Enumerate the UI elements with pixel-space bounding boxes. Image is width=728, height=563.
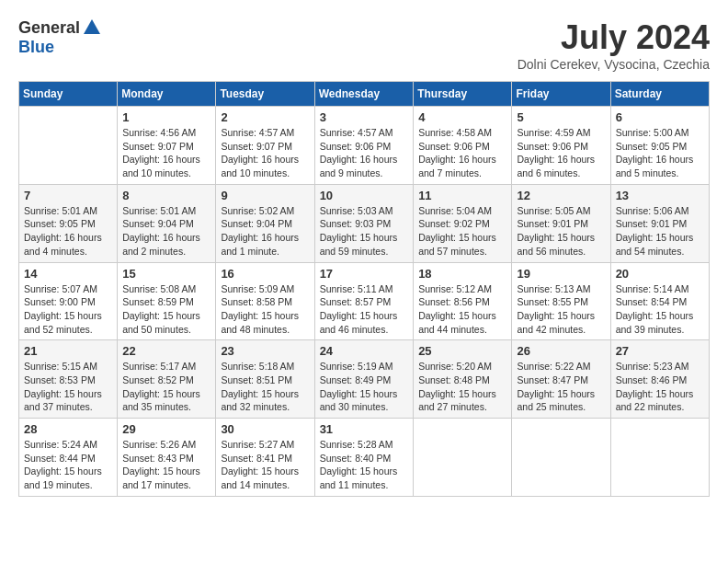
calendar-cell <box>512 419 610 497</box>
calendar-cell: 18Sunrise: 5:12 AM Sunset: 8:56 PM Dayli… <box>414 262 512 340</box>
calendar-cell: 4Sunrise: 4:58 AM Sunset: 9:06 PM Daylig… <box>414 107 512 185</box>
calendar-cell: 15Sunrise: 5:08 AM Sunset: 8:59 PM Dayli… <box>118 262 216 340</box>
day-number: 15 <box>122 267 210 281</box>
day-number: 5 <box>517 110 605 124</box>
day-info: Sunrise: 5:14 AM Sunset: 8:54 PM Dayligh… <box>616 282 704 337</box>
title-block: July 2024 Dolni Cerekev, Vysocina, Czech… <box>518 18 710 72</box>
calendar-cell: 20Sunrise: 5:14 AM Sunset: 8:54 PM Dayli… <box>610 262 709 340</box>
day-info: Sunrise: 4:56 AM Sunset: 9:07 PM Dayligh… <box>122 126 210 180</box>
day-info: Sunrise: 5:06 AM Sunset: 9:01 PM Dayligh… <box>616 204 704 259</box>
calendar-cell: 23Sunrise: 5:18 AM Sunset: 8:51 PM Dayli… <box>216 340 314 419</box>
day-number: 7 <box>24 189 112 202</box>
calendar-cell: 30Sunrise: 5:27 AM Sunset: 8:41 PM Dayli… <box>216 419 314 497</box>
day-number: 30 <box>221 422 309 436</box>
day-info: Sunrise: 5:00 AM Sunset: 9:05 PM Dayligh… <box>616 126 704 180</box>
day-number: 1 <box>122 110 210 124</box>
day-info: Sunrise: 5:12 AM Sunset: 8:56 PM Dayligh… <box>418 282 506 337</box>
day-number: 12 <box>517 189 605 202</box>
calendar-week-row: 7Sunrise: 5:01 AM Sunset: 9:05 PM Daylig… <box>19 184 710 262</box>
calendar-cell: 17Sunrise: 5:11 AM Sunset: 8:57 PM Dayli… <box>314 262 414 340</box>
month-title: July 2024 <box>518 18 710 57</box>
day-number: 16 <box>221 267 309 281</box>
calendar-day-header: Thursday <box>414 82 512 107</box>
calendar-cell <box>19 107 118 185</box>
calendar-cell: 26Sunrise: 5:22 AM Sunset: 8:47 PM Dayli… <box>512 340 610 419</box>
day-info: Sunrise: 4:58 AM Sunset: 9:06 PM Dayligh… <box>418 126 506 180</box>
day-number: 25 <box>418 344 506 358</box>
location: Dolni Cerekev, Vysocina, Czechia <box>518 57 710 72</box>
calendar-cell: 13Sunrise: 5:06 AM Sunset: 9:01 PM Dayli… <box>610 184 709 262</box>
day-number: 4 <box>418 110 506 124</box>
day-number: 29 <box>122 422 210 436</box>
calendar-cell: 22Sunrise: 5:17 AM Sunset: 8:52 PM Dayli… <box>118 340 216 419</box>
day-info: Sunrise: 5:11 AM Sunset: 8:57 PM Dayligh… <box>320 282 409 337</box>
logo: General Blue <box>18 18 102 57</box>
page-header: General Blue July 2024 Dolni Cerekev, Vy… <box>18 18 710 72</box>
calendar-cell: 29Sunrise: 5:26 AM Sunset: 8:43 PM Dayli… <box>118 419 216 497</box>
day-info: Sunrise: 4:57 AM Sunset: 9:06 PM Dayligh… <box>320 126 409 180</box>
day-number: 9 <box>221 189 309 202</box>
day-info: Sunrise: 5:05 AM Sunset: 9:01 PM Dayligh… <box>517 204 605 259</box>
calendar-day-header: Saturday <box>610 82 709 107</box>
day-info: Sunrise: 5:22 AM Sunset: 8:47 PM Dayligh… <box>517 360 605 414</box>
day-number: 8 <box>122 189 210 202</box>
calendar-cell: 1Sunrise: 4:56 AM Sunset: 9:07 PM Daylig… <box>118 107 216 185</box>
day-number: 14 <box>24 267 112 281</box>
day-info: Sunrise: 5:17 AM Sunset: 8:52 PM Dayligh… <box>122 360 210 414</box>
day-number: 26 <box>517 344 605 358</box>
calendar-week-row: 14Sunrise: 5:07 AM Sunset: 9:00 PM Dayli… <box>19 262 710 340</box>
svg-marker-0 <box>84 19 100 34</box>
calendar-cell: 31Sunrise: 5:28 AM Sunset: 8:40 PM Dayli… <box>314 419 414 497</box>
calendar-day-header: Wednesday <box>314 82 414 107</box>
day-info: Sunrise: 5:13 AM Sunset: 8:55 PM Dayligh… <box>517 282 605 337</box>
day-info: Sunrise: 5:27 AM Sunset: 8:41 PM Dayligh… <box>221 438 309 492</box>
calendar-cell: 10Sunrise: 5:03 AM Sunset: 9:03 PM Dayli… <box>314 184 414 262</box>
day-info: Sunrise: 5:01 AM Sunset: 9:04 PM Dayligh… <box>122 204 210 259</box>
day-number: 2 <box>221 110 309 124</box>
day-info: Sunrise: 5:24 AM Sunset: 8:44 PM Dayligh… <box>24 438 112 492</box>
day-number: 13 <box>616 189 704 202</box>
day-number: 18 <box>418 267 506 281</box>
logo-general-text: General <box>18 18 80 38</box>
calendar-cell: 12Sunrise: 5:05 AM Sunset: 9:01 PM Dayli… <box>512 184 610 262</box>
calendar-cell: 24Sunrise: 5:19 AM Sunset: 8:49 PM Dayli… <box>314 340 414 419</box>
day-number: 23 <box>221 344 309 358</box>
day-info: Sunrise: 5:08 AM Sunset: 8:59 PM Dayligh… <box>122 282 210 337</box>
calendar-week-row: 28Sunrise: 5:24 AM Sunset: 8:44 PM Dayli… <box>19 419 710 497</box>
day-number: 31 <box>320 422 409 436</box>
calendar-cell: 8Sunrise: 5:01 AM Sunset: 9:04 PM Daylig… <box>118 184 216 262</box>
day-number: 22 <box>122 344 210 358</box>
calendar-cell: 27Sunrise: 5:23 AM Sunset: 8:46 PM Dayli… <box>610 340 709 419</box>
calendar-cell: 2Sunrise: 4:57 AM Sunset: 9:07 PM Daylig… <box>216 107 314 185</box>
calendar-cell: 6Sunrise: 5:00 AM Sunset: 9:05 PM Daylig… <box>610 107 709 185</box>
day-info: Sunrise: 5:04 AM Sunset: 9:02 PM Dayligh… <box>418 204 506 259</box>
day-number: 27 <box>616 344 704 358</box>
day-info: Sunrise: 5:09 AM Sunset: 8:58 PM Dayligh… <box>221 282 309 337</box>
day-number: 28 <box>24 422 112 436</box>
calendar-cell <box>610 419 709 497</box>
day-info: Sunrise: 5:20 AM Sunset: 8:48 PM Dayligh… <box>418 360 506 414</box>
day-info: Sunrise: 5:15 AM Sunset: 8:53 PM Dayligh… <box>24 360 112 414</box>
calendar-cell: 3Sunrise: 4:57 AM Sunset: 9:06 PM Daylig… <box>314 107 414 185</box>
day-info: Sunrise: 5:26 AM Sunset: 8:43 PM Dayligh… <box>122 438 210 492</box>
day-number: 24 <box>320 344 409 358</box>
day-info: Sunrise: 5:28 AM Sunset: 8:40 PM Dayligh… <box>320 438 409 492</box>
calendar-cell: 5Sunrise: 4:59 AM Sunset: 9:06 PM Daylig… <box>512 107 610 185</box>
calendar-week-row: 21Sunrise: 5:15 AM Sunset: 8:53 PM Dayli… <box>19 340 710 419</box>
day-number: 10 <box>320 189 409 202</box>
day-number: 3 <box>320 110 409 124</box>
calendar-cell <box>414 419 512 497</box>
calendar-cell: 14Sunrise: 5:07 AM Sunset: 9:00 PM Dayli… <box>19 262 118 340</box>
day-info: Sunrise: 4:59 AM Sunset: 9:06 PM Dayligh… <box>517 126 605 180</box>
day-info: Sunrise: 5:23 AM Sunset: 8:46 PM Dayligh… <box>616 360 704 414</box>
calendar-week-row: 1Sunrise: 4:56 AM Sunset: 9:07 PM Daylig… <box>19 107 710 185</box>
calendar-cell: 16Sunrise: 5:09 AM Sunset: 8:58 PM Dayli… <box>216 262 314 340</box>
calendar-cell: 9Sunrise: 5:02 AM Sunset: 9:04 PM Daylig… <box>216 184 314 262</box>
calendar-cell: 19Sunrise: 5:13 AM Sunset: 8:55 PM Dayli… <box>512 262 610 340</box>
day-info: Sunrise: 5:02 AM Sunset: 9:04 PM Dayligh… <box>221 204 309 259</box>
calendar-table: SundayMondayTuesdayWednesdayThursdayFrid… <box>18 81 710 497</box>
day-info: Sunrise: 5:01 AM Sunset: 9:05 PM Dayligh… <box>24 204 112 259</box>
calendar-day-header: Friday <box>512 82 610 107</box>
day-number: 17 <box>320 267 409 281</box>
calendar-cell: 21Sunrise: 5:15 AM Sunset: 8:53 PM Dayli… <box>19 340 118 419</box>
